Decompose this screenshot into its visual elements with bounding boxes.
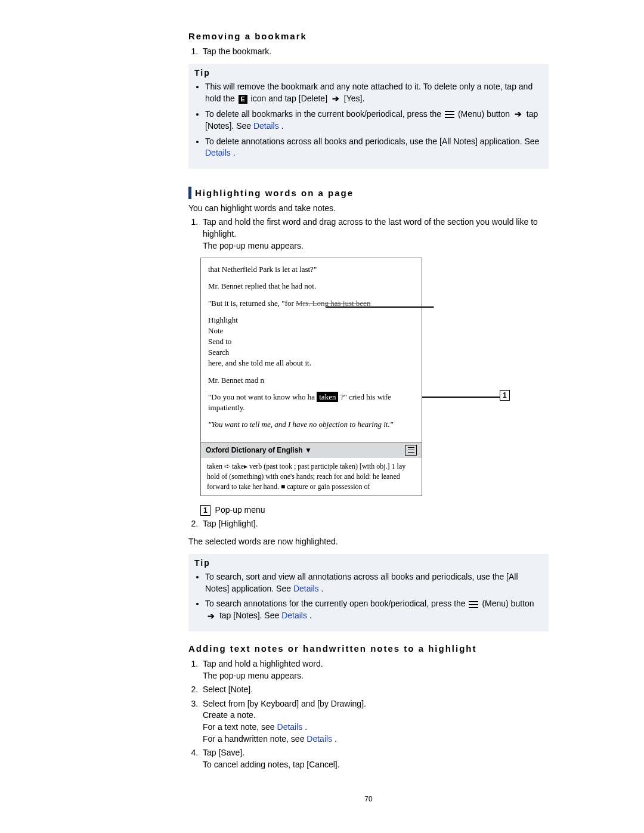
text: Tap and hold the first word and drag acr… <box>203 217 538 239</box>
popup-note-button[interactable]: Note <box>208 326 414 336</box>
step-item: Tap [Highlight]. <box>200 518 549 530</box>
step-item: Select from [by Keyboard] and [by Drawin… <box>200 698 549 745</box>
text: icon and tap [Delete] <box>251 94 330 103</box>
text: . <box>305 722 307 732</box>
tip-item: To delete annotations across all books a… <box>205 136 543 159</box>
book-text: that Netherfield Park is let at last?" <box>208 264 414 275</box>
text: To search annotations for the currently … <box>205 599 467 608</box>
callout-label: Pop-up menu <box>215 505 265 515</box>
heading-highlighting: Highlighting words on a page <box>188 187 549 199</box>
after-text: The selected words are now highlighted. <box>188 536 549 548</box>
popup-search-button[interactable]: Search <box>208 347 414 358</box>
tip-list: To search, sort and view all annotations… <box>194 571 543 622</box>
intro-text: You can highlight words and take notes. <box>188 203 549 215</box>
text: Select from [by Keyboard] and [by Drawin… <box>203 699 366 708</box>
steps-highlighting: Tap and hold the first word and drag acr… <box>188 216 549 252</box>
screenshot-box: that Netherfield Park is let at last?" M… <box>200 258 422 496</box>
tip-item: To delete all bookmarks in the current b… <box>205 109 543 132</box>
steps-removing-bookmark: Tap the bookmark. <box>188 46 549 58</box>
dictionary-bar[interactable]: Oxford Dictionary of English ▼ <box>201 442 422 458</box>
text: To search, sort and view all annotations… <box>205 572 518 593</box>
tip-item: To search, sort and view all annotations… <box>205 571 543 594</box>
tip-list: This will remove the bookmark and any no… <box>194 81 543 159</box>
heading-adding-notes: Adding text notes or handwritten notes t… <box>188 642 549 655</box>
text: tap [Notes]. See <box>219 611 281 620</box>
arrow-icon: ➔ <box>515 109 522 120</box>
text: . <box>233 148 236 157</box>
heading-removing-bookmark: Removing a bookmark <box>188 30 549 42</box>
menu-icon <box>469 600 478 609</box>
text: (Menu) button <box>482 599 534 608</box>
text: [Yes]. <box>344 94 365 103</box>
selected-word: taken <box>317 392 338 402</box>
dictionary-definition: taken ➪ take▸ verb (past took ; past par… <box>201 458 422 495</box>
book-text: Mr. Bennet mad n <box>208 375 414 386</box>
list-icon[interactable] <box>405 445 417 456</box>
details-link[interactable]: Details <box>205 148 231 157</box>
callout-line <box>422 397 500 398</box>
details-link[interactable]: Details <box>306 734 332 744</box>
callout-legend: 1 Pop-up menu <box>200 504 549 516</box>
book-text: "You want to tell me, and I have no obje… <box>208 419 414 430</box>
dictionary-title: Oxford Dictionary of English ▼ <box>206 445 312 456</box>
text: Create a note. <box>203 710 256 720</box>
text: To cancel adding notes, tap [Cancel]. <box>203 760 340 769</box>
popup-send-button[interactable]: Send to <box>208 336 414 347</box>
popup-menu-screenshot: that Netherfield Park is let at last?" M… <box>200 258 549 496</box>
text: (Menu) button <box>458 109 512 119</box>
text: Tap and hold a highlighted word. <box>203 659 323 668</box>
text: . <box>321 584 324 593</box>
details-link[interactable]: Details <box>277 722 303 732</box>
text: For a text note, see <box>203 722 277 732</box>
arrow-icon: ➔ <box>332 93 339 105</box>
arrow-icon: ➔ <box>208 611 215 623</box>
callout-number: 1 <box>200 505 210 516</box>
note-icon: E <box>239 95 247 104</box>
text: . <box>281 121 284 131</box>
text: . <box>335 734 337 744</box>
text: The pop-up menu appears. <box>203 671 304 680</box>
details-link[interactable]: Details <box>253 121 279 131</box>
tip-item: To search annotations for the currently … <box>205 598 543 622</box>
popup-menu <box>326 306 434 308</box>
step-item: Tap and hold the first word and drag acr… <box>200 216 549 252</box>
callout-number: 1 <box>500 390 510 401</box>
text: To delete all bookmarks in the current b… <box>205 109 444 119</box>
step-item: Tap and hold a highlighted word. The pop… <box>200 658 549 682</box>
details-link[interactable]: Details <box>293 584 319 593</box>
text: To delete annotations across all books a… <box>205 137 539 146</box>
popup-highlight-button[interactable]: Highlight <box>208 315 414 326</box>
tip-box: Tip To search, sort and view all annotat… <box>188 554 549 631</box>
text: Tap [Save]. <box>203 748 244 757</box>
tip-title: Tip <box>194 558 543 569</box>
step-item: Tap [Save]. To cancel adding notes, tap … <box>200 747 549 770</box>
book-text: Mr. Bennet replied that he had not. <box>208 281 414 292</box>
details-link[interactable]: Details <box>281 611 307 620</box>
tip-title: Tip <box>194 67 543 79</box>
tip-item: This will remove the bookmark and any no… <box>205 81 543 105</box>
step-item: Select [Note]. <box>200 684 549 696</box>
steps-adding-notes: Tap and hold a highlighted word. The pop… <box>188 658 549 770</box>
book-text: "But it is, returned she, "for Mrs. Long… <box>208 298 414 309</box>
text: . <box>309 611 312 620</box>
step-item: Tap the bookmark. <box>200 46 549 58</box>
tip-box: Tip This will remove the bookmark and an… <box>188 64 549 169</box>
book-text: "Do you not want to know who ha taken ?"… <box>208 392 414 413</box>
menu-icon <box>445 110 454 119</box>
steps-highlighting-2: Tap [Highlight]. <box>188 518 549 530</box>
page-number: 70 <box>188 794 549 804</box>
text: The pop-up menu appears. <box>203 241 304 250</box>
text: For a handwritten note, see <box>203 734 306 744</box>
